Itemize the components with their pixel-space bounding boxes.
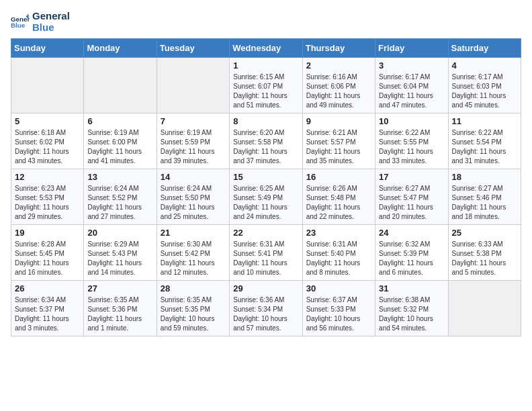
calendar-cell: 8Sunrise: 6:20 AM Sunset: 5:58 PM Daylig… [230, 113, 302, 169]
calendar-cell: 21Sunrise: 6:30 AM Sunset: 5:42 PM Dayli… [157, 225, 229, 281]
day-info: Sunrise: 6:24 AM Sunset: 5:52 PM Dayligh… [87, 184, 152, 222]
day-number: 6 [87, 116, 152, 126]
day-info: Sunrise: 6:36 AM Sunset: 5:34 PM Dayligh… [233, 295, 298, 333]
day-number: 19 [15, 228, 80, 238]
day-info: Sunrise: 6:24 AM Sunset: 5:50 PM Dayligh… [161, 184, 226, 222]
calendar-cell: 19Sunrise: 6:28 AM Sunset: 5:45 PM Dayli… [11, 225, 84, 281]
calendar-cell: 29Sunrise: 6:36 AM Sunset: 5:34 PM Dayli… [230, 281, 302, 336]
day-number: 8 [233, 116, 298, 126]
week-row-1: 1Sunrise: 6:15 AM Sunset: 6:07 PM Daylig… [11, 58, 521, 113]
calendar-cell: 28Sunrise: 6:35 AM Sunset: 5:35 PM Dayli… [157, 281, 229, 336]
day-number: 5 [15, 116, 80, 126]
day-info: Sunrise: 6:27 AM Sunset: 5:47 PM Dayligh… [379, 184, 444, 222]
calendar-cell: 22Sunrise: 6:31 AM Sunset: 5:41 PM Dayli… [230, 225, 302, 281]
day-number: 2 [306, 60, 371, 71]
day-number: 30 [306, 283, 371, 293]
week-row-2: 5Sunrise: 6:18 AM Sunset: 6:02 PM Daylig… [11, 113, 521, 169]
day-info: Sunrise: 6:22 AM Sunset: 5:54 PM Dayligh… [452, 128, 517, 166]
header-day-thursday: Thursday [302, 39, 375, 58]
calendar-cell: 4Sunrise: 6:17 AM Sunset: 6:03 PM Daylig… [448, 58, 521, 113]
day-info: Sunrise: 6:32 AM Sunset: 5:39 PM Dayligh… [379, 240, 444, 277]
calendar-table: SundayMondayTuesdayWednesdayThursdayFrid… [11, 38, 521, 336]
day-number: 15 [233, 172, 298, 182]
header: General Blue General Blue [11, 11, 521, 33]
day-number: 26 [15, 283, 80, 293]
logo: General Blue General Blue [11, 11, 70, 33]
day-info: Sunrise: 6:22 AM Sunset: 5:55 PM Dayligh… [379, 128, 444, 166]
day-info: Sunrise: 6:29 AM Sunset: 5:43 PM Dayligh… [87, 240, 152, 277]
calendar-cell [448, 281, 521, 336]
calendar-cell: 27Sunrise: 6:35 AM Sunset: 5:36 PM Dayli… [84, 281, 157, 336]
day-info: Sunrise: 6:17 AM Sunset: 6:03 PM Dayligh… [452, 73, 517, 110]
day-info: Sunrise: 6:25 AM Sunset: 5:49 PM Dayligh… [233, 184, 298, 222]
calendar-cell: 1Sunrise: 6:15 AM Sunset: 6:07 PM Daylig… [230, 58, 302, 113]
calendar-cell: 31Sunrise: 6:38 AM Sunset: 5:32 PM Dayli… [375, 281, 448, 336]
week-row-5: 26Sunrise: 6:34 AM Sunset: 5:37 PM Dayli… [11, 281, 521, 336]
day-number: 18 [452, 172, 517, 182]
day-info: Sunrise: 6:37 AM Sunset: 5:33 PM Dayligh… [306, 295, 371, 333]
calendar-cell: 20Sunrise: 6:29 AM Sunset: 5:43 PM Dayli… [84, 225, 157, 281]
day-info: Sunrise: 6:15 AM Sunset: 6:07 PM Dayligh… [233, 73, 298, 110]
calendar-cell: 14Sunrise: 6:24 AM Sunset: 5:50 PM Dayli… [157, 169, 229, 225]
day-number: 25 [452, 228, 517, 238]
logo-general: General [32, 11, 70, 22]
day-info: Sunrise: 6:31 AM Sunset: 5:41 PM Dayligh… [233, 240, 298, 277]
calendar-cell: 7Sunrise: 6:19 AM Sunset: 5:59 PM Daylig… [157, 113, 229, 169]
day-info: Sunrise: 6:30 AM Sunset: 5:42 PM Dayligh… [161, 240, 226, 277]
day-info: Sunrise: 6:34 AM Sunset: 5:37 PM Dayligh… [15, 295, 80, 333]
calendar-cell [84, 58, 157, 113]
calendar-cell: 2Sunrise: 6:16 AM Sunset: 6:06 PM Daylig… [302, 58, 375, 113]
logo-blue: Blue [32, 22, 70, 34]
day-info: Sunrise: 6:19 AM Sunset: 5:59 PM Dayligh… [161, 128, 226, 166]
header-day-sunday: Sunday [11, 39, 84, 58]
calendar-cell: 30Sunrise: 6:37 AM Sunset: 5:33 PM Dayli… [302, 281, 375, 336]
calendar-cell: 26Sunrise: 6:34 AM Sunset: 5:37 PM Dayli… [11, 281, 84, 336]
header-day-saturday: Saturday [448, 39, 521, 58]
header-day-friday: Friday [375, 39, 448, 58]
day-info: Sunrise: 6:33 AM Sunset: 5:38 PM Dayligh… [452, 240, 517, 277]
day-info: Sunrise: 6:23 AM Sunset: 5:53 PM Dayligh… [15, 184, 80, 222]
calendar-cell [11, 58, 84, 113]
day-info: Sunrise: 6:38 AM Sunset: 5:32 PM Dayligh… [379, 295, 444, 333]
day-number: 14 [161, 172, 226, 182]
day-number: 27 [87, 283, 152, 293]
day-number: 3 [379, 60, 444, 71]
svg-text:Blue: Blue [11, 21, 26, 29]
calendar-cell: 24Sunrise: 6:32 AM Sunset: 5:39 PM Dayli… [375, 225, 448, 281]
day-number: 7 [161, 116, 226, 126]
calendar-cell: 9Sunrise: 6:21 AM Sunset: 5:57 PM Daylig… [302, 113, 375, 169]
day-number: 13 [87, 172, 152, 182]
day-number: 29 [233, 283, 298, 293]
day-info: Sunrise: 6:21 AM Sunset: 5:57 PM Dayligh… [306, 128, 371, 166]
calendar-cell: 5Sunrise: 6:18 AM Sunset: 6:02 PM Daylig… [11, 113, 84, 169]
header-day-tuesday: Tuesday [157, 39, 229, 58]
header-row: SundayMondayTuesdayWednesdayThursdayFrid… [11, 39, 521, 58]
day-number: 9 [306, 116, 371, 126]
week-row-3: 12Sunrise: 6:23 AM Sunset: 5:53 PM Dayli… [11, 169, 521, 225]
day-number: 17 [379, 172, 444, 182]
calendar-cell: 15Sunrise: 6:25 AM Sunset: 5:49 PM Dayli… [230, 169, 302, 225]
calendar-cell [157, 58, 229, 113]
day-info: Sunrise: 6:19 AM Sunset: 6:00 PM Dayligh… [87, 128, 152, 166]
day-number: 1 [233, 60, 298, 71]
day-info: Sunrise: 6:20 AM Sunset: 5:58 PM Dayligh… [233, 128, 298, 166]
calendar-cell: 12Sunrise: 6:23 AM Sunset: 5:53 PM Dayli… [11, 169, 84, 225]
calendar-cell: 11Sunrise: 6:22 AM Sunset: 5:54 PM Dayli… [448, 113, 521, 169]
header-day-wednesday: Wednesday [230, 39, 302, 58]
day-info: Sunrise: 6:18 AM Sunset: 6:02 PM Dayligh… [15, 128, 80, 166]
day-number: 23 [306, 228, 371, 238]
day-number: 24 [379, 228, 444, 238]
calendar-cell: 13Sunrise: 6:24 AM Sunset: 5:52 PM Dayli… [84, 169, 157, 225]
day-number: 4 [452, 60, 517, 71]
calendar-cell: 25Sunrise: 6:33 AM Sunset: 5:38 PM Dayli… [448, 225, 521, 281]
day-info: Sunrise: 6:27 AM Sunset: 5:46 PM Dayligh… [452, 184, 517, 222]
day-number: 11 [452, 116, 517, 126]
day-info: Sunrise: 6:26 AM Sunset: 5:48 PM Dayligh… [306, 184, 371, 222]
logo-icon: General Blue [11, 13, 30, 32]
day-info: Sunrise: 6:31 AM Sunset: 5:40 PM Dayligh… [306, 240, 371, 277]
calendar-cell: 10Sunrise: 6:22 AM Sunset: 5:55 PM Dayli… [375, 113, 448, 169]
day-info: Sunrise: 6:17 AM Sunset: 6:04 PM Dayligh… [379, 73, 444, 110]
calendar-cell: 23Sunrise: 6:31 AM Sunset: 5:40 PM Dayli… [302, 225, 375, 281]
day-number: 12 [15, 172, 80, 182]
day-number: 16 [306, 172, 371, 182]
